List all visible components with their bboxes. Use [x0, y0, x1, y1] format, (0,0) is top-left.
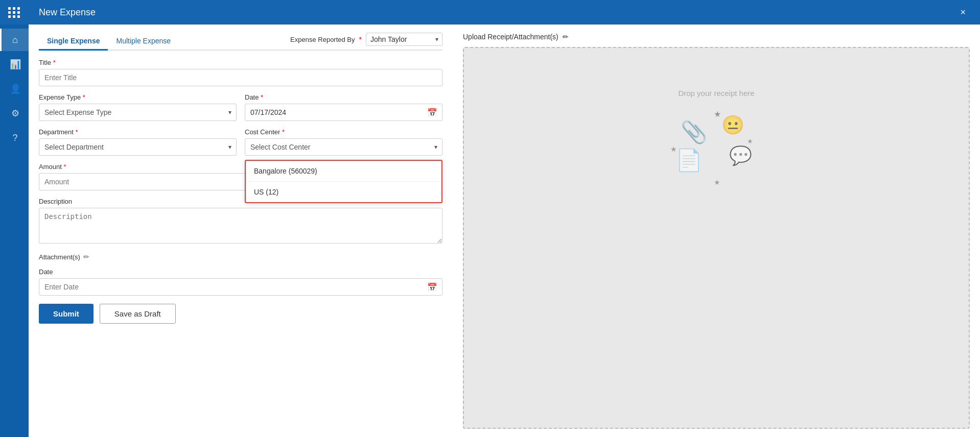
title-input[interactable]: [39, 69, 442, 86]
main: New Expense × Single Expense Multiple Ex…: [29, 0, 980, 437]
cost-center-label: Cost Center *: [245, 128, 442, 136]
expense-type-group: Expense Type * Select Expense Type: [39, 93, 237, 121]
page-title: New Expense: [39, 7, 96, 18]
receipt-panel: Upload Receipt/Attachment(s) ✏ Drop your…: [453, 25, 980, 437]
date2-label: Date: [39, 268, 442, 276]
receipt-attach-icon[interactable]: ✏: [563, 33, 569, 41]
attachment-icon[interactable]: ✏: [83, 253, 89, 261]
title-group: Title *: [39, 59, 442, 86]
department-select[interactable]: Select Department: [39, 138, 237, 156]
reporter-required-star: *: [359, 35, 362, 43]
date-label: Date *: [245, 93, 442, 101]
cost-center-select-wrap: Select Cost Center: [245, 138, 442, 156]
calendar2-icon[interactable]: 📅: [427, 282, 437, 292]
header: New Expense ×: [29, 0, 980, 25]
sidebar-top: [0, 0, 29, 25]
receipt-drop-text: Drop your receipt here: [678, 89, 754, 98]
sidebar-item-help[interactable]: ?: [0, 127, 29, 149]
department-label: Department *: [39, 128, 237, 136]
document-deco: 📄: [675, 148, 702, 173]
date2-input[interactable]: [39, 278, 442, 296]
date2-wrap: 📅: [39, 278, 442, 296]
date-wrap: 📅: [245, 104, 442, 121]
dept-cost-row: Department * Select Department Cost Cent…: [39, 128, 442, 163]
smile-deco: 😐: [721, 114, 744, 136]
description-group: Description: [39, 198, 442, 246]
date-input[interactable]: [245, 104, 442, 121]
home-icon: ⌂: [12, 35, 18, 45]
date2-group: Date 📅: [39, 268, 442, 296]
amount-required: *: [63, 163, 66, 171]
receipt-decoration: 📎 😐 ★ ★ ★ 📄 💬 ★: [665, 109, 767, 191]
attachments-group: Attachment(s) ✏: [39, 253, 442, 261]
sidebar-item-home[interactable]: ⌂: [0, 29, 29, 51]
chat-deco: 💬: [729, 145, 752, 166]
sidebar-item-users[interactable]: 👤: [0, 78, 29, 100]
department-group: Department * Select Department: [39, 128, 237, 156]
sidebar: ⌂ 📊 👤 ⚙ ?: [0, 0, 29, 437]
calendar-icon[interactable]: 📅: [427, 108, 437, 117]
sidebar-nav: ⌂ 📊 👤 ⚙ ?: [0, 25, 29, 149]
close-button[interactable]: ×: [956, 5, 970, 20]
users-icon: 👤: [10, 83, 21, 94]
dept-required: *: [76, 128, 78, 136]
content: Single Expense Multiple Expense Expense …: [29, 25, 980, 437]
receipt-label: Upload Receipt/Attachment(s): [463, 33, 558, 41]
star-deco-4: ★: [714, 178, 720, 186]
reporter-row: Expense Reported By * John TaylorJane Sm…: [290, 33, 442, 46]
cost-center-option-0[interactable]: Bangalore (560029): [246, 161, 441, 182]
save-draft-button[interactable]: Save as Draft: [100, 304, 176, 324]
expense-type-select[interactable]: Select Expense Type: [39, 104, 237, 121]
department-select-wrap: Select Department: [39, 138, 237, 156]
title-required: *: [53, 59, 56, 66]
cost-center-group: Cost Center * Select Cost Center Bangalo…: [245, 128, 442, 156]
cost-center-option-1[interactable]: US (12): [246, 182, 441, 202]
paperclip-deco: 📎: [681, 119, 707, 144]
reporter-select[interactable]: John TaylorJane Smith: [366, 33, 442, 46]
sidebar-item-settings[interactable]: ⚙: [0, 102, 29, 125]
cost-center-dropdown[interactable]: Bangalore (560029) US (12): [245, 160, 442, 203]
expense-type-select-wrap: Select Expense Type: [39, 104, 237, 121]
help-icon: ?: [12, 133, 17, 143]
date-required: *: [261, 93, 263, 101]
star-deco-3: ★: [747, 137, 753, 145]
receipt-drop-area[interactable]: Drop your receipt here 📎 😐 ★ ★ ★ 📄 💬: [463, 47, 970, 429]
reporter-dropdown-wrap: John TaylorJane Smith: [366, 33, 442, 46]
star-deco-1: ★: [714, 109, 721, 119]
app-grid-icon[interactable]: [8, 7, 20, 18]
attachments-label: Attachment(s) ✏: [39, 253, 442, 261]
date-group: Date * 📅: [245, 93, 442, 121]
tab-single[interactable]: Single Expense: [39, 33, 108, 51]
expense-type-label: Expense Type *: [39, 93, 237, 101]
chart-icon: 📊: [10, 59, 21, 70]
sidebar-item-reports[interactable]: 📊: [0, 53, 29, 76]
reporter-label: Expense Reported By: [290, 36, 355, 43]
description-textarea[interactable]: [39, 208, 442, 244]
form-panel: Single Expense Multiple Expense Expense …: [29, 25, 453, 437]
expense-date-row: Expense Type * Select Expense Type Date …: [39, 93, 442, 128]
settings-icon: ⚙: [11, 108, 19, 119]
expense-type-required: *: [83, 93, 85, 101]
buttons-row: Submit Save as Draft: [39, 304, 442, 328]
submit-button[interactable]: Submit: [39, 304, 94, 324]
cost-center-select[interactable]: Select Cost Center: [245, 138, 442, 156]
receipt-header: Upload Receipt/Attachment(s) ✏: [463, 33, 970, 41]
title-label: Title *: [39, 59, 442, 66]
tab-multiple[interactable]: Multiple Expense: [108, 33, 179, 51]
cost-required: *: [282, 128, 285, 136]
